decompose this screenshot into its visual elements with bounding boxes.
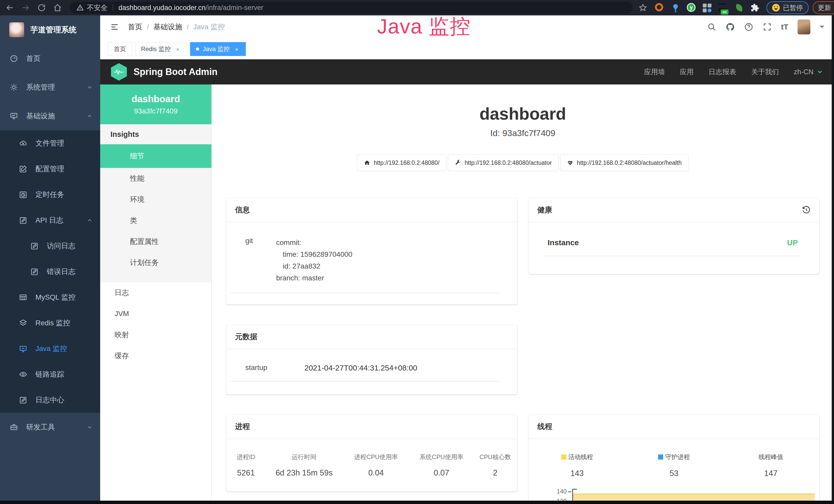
sba-item-mappings[interactable]: 映射 xyxy=(100,324,212,345)
sba-logo-icon[interactable] xyxy=(111,63,127,81)
sidebar-item-log-center[interactable]: 日志中心 xyxy=(0,387,100,413)
sidebar-item-redis[interactable]: Redis 监控 xyxy=(0,310,100,336)
sidebar-item-mysql[interactable]: MySQL 监控 xyxy=(0,284,100,310)
sba-language-select[interactable]: zh-CN xyxy=(794,68,823,76)
sba-item-jvm[interactable]: JVM xyxy=(100,303,212,324)
address-bar[interactable]: 不安全 dashboard.yudao.iocoder.cn/infra/adm… xyxy=(70,2,633,14)
history-icon[interactable] xyxy=(802,206,811,214)
chevron-down-icon xyxy=(86,424,93,431)
paused-label: 已暂停 xyxy=(783,3,803,12)
extensions-row: y on xyxy=(655,3,759,13)
sidebar-item-tracing[interactable]: 链路追踪 xyxy=(0,362,100,387)
screen: 不安全 dashboard.yudao.iocoder.cn/infra/adm… xyxy=(0,0,834,504)
log-edit-icon xyxy=(19,216,27,224)
bookmark-star-icon[interactable] xyxy=(639,3,647,12)
sidebar-item-home[interactable]: 首页 xyxy=(0,44,100,73)
breadcrumb: 首页 基础设施 Java 监控 xyxy=(128,22,225,32)
sba-nav-journal[interactable]: 日志报表 xyxy=(708,67,736,76)
profile-avatar-emoji xyxy=(772,4,780,12)
url-path[interactable]: /infra/admin-server xyxy=(205,4,263,12)
sba-item-classes[interactable]: 类 xyxy=(100,210,212,231)
url-host[interactable]: dashboard.yudao.iocoder.cn xyxy=(118,4,205,12)
insights-label: Insights xyxy=(100,124,212,144)
sba-item-logs[interactable]: 日志 xyxy=(100,282,212,303)
tab-redis-monitor[interactable]: Redis 监控 xyxy=(135,42,187,56)
process-table-values: 5261 6d 23h 15m 59s 0.04 0.07 2 xyxy=(226,468,517,491)
sidebar-item-files[interactable]: 文件管理 xyxy=(0,131,100,156)
heartbeat-icon xyxy=(567,160,573,166)
breadcrumb-home[interactable]: 首页 xyxy=(128,22,142,32)
instance-header[interactable]: dashboard 93a3fc7f7409 xyxy=(100,85,212,124)
extensions-puzzle-icon[interactable] xyxy=(750,3,759,12)
infra-submenu: 文件管理 配置管理 定时任务 API 日志 访问日志 错误日志 xyxy=(0,131,100,413)
breadcrumb-infra[interactable]: 基础设施 xyxy=(153,22,182,32)
update-label: 更新 xyxy=(818,3,831,12)
process-card-header: 进程 xyxy=(226,415,517,439)
sba-nav-wallboard[interactable]: 应用墙 xyxy=(644,67,665,76)
font-size-icon[interactable]: tT xyxy=(781,23,788,31)
instance-links: http://192.168.0.2:48080/ http://192.168… xyxy=(226,155,819,171)
sba-brand[interactable]: Spring Boot Admin xyxy=(134,67,218,77)
sidebar-item-java-monitor[interactable]: Java 监控 xyxy=(0,336,100,362)
profile-paused-badge[interactable]: 已暂停 xyxy=(766,1,809,14)
threads-legend: 活动线程 守护进程 线程峰值 xyxy=(529,439,819,461)
health-key: Instance xyxy=(548,238,579,247)
cards-grid: 信息 git commit: time: 1596289704000 id: 2… xyxy=(226,198,819,504)
gear-icon xyxy=(10,83,18,91)
sba-item-scheduled-tasks[interactable]: 计划任务 xyxy=(100,252,212,273)
sba-item-environment[interactable]: 环境 xyxy=(100,189,212,210)
sidebar-item-error-log[interactable]: 错误日志 xyxy=(0,259,100,284)
sidebar-item-infra[interactable]: 基础设施 xyxy=(0,102,100,131)
home-icon[interactable] xyxy=(53,3,62,12)
active-tab-dot xyxy=(196,47,199,51)
tab-java-monitor[interactable]: Java 监控 xyxy=(190,42,246,56)
sba-item-metrics[interactable]: 性能 xyxy=(100,168,212,189)
sba-item-details[interactable]: 细节 xyxy=(100,144,212,168)
service-url-button[interactable]: http://192.168.0.2:48080/ xyxy=(357,155,446,171)
help-icon[interactable] xyxy=(744,22,753,31)
sidebar-item-config[interactable]: 配置管理 xyxy=(0,156,100,182)
extension-y-icon[interactable]: y xyxy=(687,3,696,12)
info-card: 信息 git commit: time: 1596289704000 id: 2… xyxy=(226,198,517,304)
fullscreen-icon[interactable] xyxy=(763,22,772,31)
reload-icon[interactable] xyxy=(37,3,46,12)
user-avatar[interactable] xyxy=(797,20,810,35)
extension-c-icon[interactable] xyxy=(655,3,664,12)
sidebar-item-jobs[interactable]: 定时任务 xyxy=(0,182,100,207)
close-tab-icon[interactable] xyxy=(174,46,181,52)
browser-update-button[interactable]: 更新 xyxy=(813,1,834,14)
actuator-url-button[interactable]: http://192.168.0.2:48080/actuator xyxy=(448,155,559,171)
hamburger-icon[interactable] xyxy=(110,22,119,31)
forward-icon[interactable] xyxy=(21,3,30,12)
sba-item-caches[interactable]: 缓存 xyxy=(100,345,212,366)
extension-grid-icon[interactable] xyxy=(703,3,712,12)
sba-content: dashboard Id: 93a3fc7f7409 http://192.16… xyxy=(212,85,834,504)
back-icon[interactable] xyxy=(5,3,14,12)
extension-on-icon[interactable]: on xyxy=(719,3,728,13)
search-icon[interactable] xyxy=(707,22,716,31)
instance-name: dashboard xyxy=(132,94,180,105)
sidebar-item-devtools[interactable]: 研发工具 xyxy=(0,413,100,442)
metadata-card: 元数据 startup 2021-04-27T00:44:31.254+08:0… xyxy=(226,325,517,394)
tab-home[interactable]: 首页 xyxy=(108,42,132,56)
health-url-button[interactable]: http://192.168.0.2:48080/actuator/health xyxy=(560,155,688,171)
chevron-up-icon xyxy=(86,113,93,119)
sidebar-item-access-log[interactable]: 访问日志 xyxy=(0,233,100,259)
user-menu-caret-icon[interactable] xyxy=(820,24,824,30)
sidebar-item-api-log[interactable]: API 日志 xyxy=(0,207,100,233)
insights-group: Insights 细节 性能 环境 类 配置属性 计划任务 xyxy=(100,124,212,282)
extension-pin-icon[interactable] xyxy=(671,3,680,12)
sba-item-configprops[interactable]: 配置属性 xyxy=(100,231,212,252)
sidebar-item-system[interactable]: 系统管理 xyxy=(0,73,100,102)
log-edit-icon xyxy=(19,396,27,404)
security-label[interactable]: 不安全 xyxy=(87,3,108,12)
instance-id-line: Id: 93a3fc7f7409 xyxy=(226,128,819,138)
close-tab-icon[interactable] xyxy=(233,46,240,52)
extension-leaf-icon[interactable] xyxy=(734,3,744,12)
github-icon[interactable] xyxy=(726,22,735,31)
chevron-up-icon xyxy=(86,217,93,224)
on-badge: on xyxy=(721,9,728,15)
sba-nav-applications[interactable]: 应用 xyxy=(680,67,694,76)
breadcrumb-current: Java 监控 xyxy=(193,22,225,32)
sba-nav-about[interactable]: 关于我们 xyxy=(751,67,779,76)
